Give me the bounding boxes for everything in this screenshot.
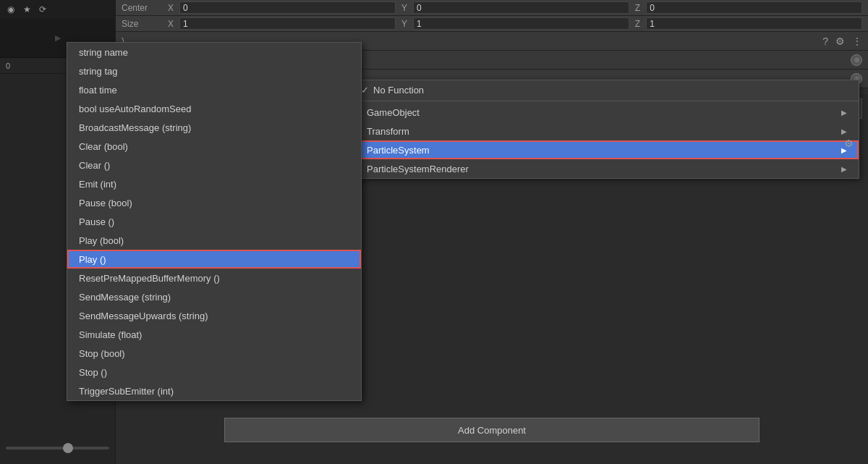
menu-item-stop-bool[interactable]: Stop (bool) [67, 344, 361, 363]
menu-item-clear-bool[interactable]: Clear (bool) [67, 137, 361, 156]
gameobject-submenu-arrow: ▶ [841, 109, 847, 117]
menu-item-float-time[interactable]: float time [67, 80, 361, 99]
send-message-label: SendMessage (string) [79, 292, 171, 303]
menu-item-emit-int[interactable]: Emit (int) [67, 174, 361, 193]
menu-item-no-function[interactable]: ✓ No Function [355, 80, 859, 99]
trigger-sub-label: TriggerSubEmitter (int) [79, 386, 174, 397]
z-input-center[interactable] [646, 1, 862, 14]
zoom-slider-thumb[interactable] [63, 443, 73, 453]
string-tag-label: string tag [79, 66, 117, 77]
particlesystem-label: ParticleSystem [367, 145, 430, 156]
y-label-center: Y [399, 3, 410, 13]
string-name-label: string name [79, 47, 128, 58]
menu-item-play-empty[interactable]: Play () [67, 250, 361, 269]
emit-int-label: Emit (int) [79, 179, 116, 190]
y-input-center[interactable] [413, 1, 629, 14]
no-function-menu-label: No Function [373, 85, 424, 96]
gear-icon-right[interactable]: ⚙ [844, 138, 854, 149]
y-label-size: Y [399, 19, 410, 29]
clear-bool-label: Clear (bool) [79, 141, 128, 152]
float-time-label: float time [79, 85, 117, 96]
transform-center-row: Center X Y Z [116, 0, 868, 16]
menu-item-simulate-float[interactable]: Simulate (float) [67, 325, 361, 344]
sidebar-icon-2[interactable]: ★ [20, 3, 33, 16]
add-component-button[interactable]: Add Component [224, 418, 760, 442]
sidebar-icon-3[interactable]: ⟳ [36, 3, 49, 16]
center-label: Center [122, 3, 165, 13]
send-message-upwards-label: SendMessageUpwards (string) [79, 311, 208, 321]
right-function-menu: ✓ No Function GameObject ▶ Transform ▶ P… [354, 80, 859, 179]
broadcast-message-label: BroadcastMessage (string) [79, 122, 191, 133]
stop-empty-label: Stop () [79, 367, 107, 378]
menu-item-bool-use-auto[interactable]: bool useAutoRandomSeed [67, 99, 361, 118]
x-input-size[interactable] [179, 17, 396, 30]
menu-separator-1 [355, 101, 859, 101]
simple-trigger-target-btn[interactable]: ◎ [851, 54, 862, 66]
particlesystemrenderer-label: ParticleSystemRenderer [367, 164, 469, 174]
menu-item-particlesystemrenderer[interactable]: ParticleSystemRenderer ▶ [355, 159, 859, 178]
play-bool-label: Play (bool) [79, 235, 124, 246]
transform-label-menu: Transform [367, 126, 409, 137]
checkmark-icon: ✓ [361, 85, 369, 96]
menu-item-pause-empty[interactable]: Pause () [67, 212, 361, 231]
menu-item-stop-empty[interactable]: Stop () [67, 363, 361, 381]
pause-bool-label: Pause (bool) [79, 198, 132, 208]
transform-submenu-arrow: ▶ [841, 127, 847, 135]
menu-item-send-message[interactable]: SendMessage (string) [67, 287, 361, 306]
menu-item-send-message-upwards[interactable]: SendMessageUpwards (string) [67, 306, 361, 325]
menu-item-clear-empty[interactable]: Clear () [67, 156, 361, 174]
z-label-size: Z [632, 19, 643, 29]
gameobject-label: GameObject [367, 107, 420, 118]
menu-item-play-bool[interactable]: Play (bool) [67, 231, 361, 250]
x-label-center: X [165, 3, 176, 13]
menu-item-reset-pre[interactable]: ResetPreMappedBufferMemory () [67, 269, 361, 287]
menu-item-transform[interactable]: Transform ▶ [355, 122, 859, 140]
zoom-slider[interactable] [6, 447, 109, 450]
pause-empty-label: Pause () [79, 216, 114, 227]
sidebar-number: 0 [6, 62, 10, 70]
simulate-float-label: Simulate (float) [79, 329, 142, 340]
y-input-size[interactable] [413, 17, 629, 30]
x-input-center[interactable] [179, 1, 396, 14]
menu-item-broadcast-message[interactable]: BroadcastMessage (string) [67, 118, 361, 137]
add-component-label: Add Component [458, 425, 526, 436]
menu-item-string-name[interactable]: string name [67, 43, 361, 62]
left-context-menu: string name string tag float time bool u… [67, 42, 362, 401]
particlesystemrenderer-submenu-arrow: ▶ [841, 165, 847, 173]
stop-bool-label: Stop (bool) [79, 348, 125, 359]
menu-item-gameobject[interactable]: GameObject ▶ [355, 103, 859, 122]
help-icon[interactable]: ? [822, 35, 828, 47]
reset-pre-label: ResetPreMappedBufferMemory () [79, 273, 220, 284]
z-label-center: Z [632, 3, 643, 13]
z-input-size[interactable] [646, 17, 862, 30]
bool-use-auto-label: bool useAutoRandomSeed [79, 104, 191, 114]
menu-item-pause-bool[interactable]: Pause (bool) [67, 193, 361, 212]
menu-item-particlesystem[interactable]: ParticleSystem ▶ [355, 140, 859, 159]
menu-item-trigger-sub[interactable]: TriggerSubEmitter (int) [67, 381, 361, 400]
transform-size-row: Size X Y Z [116, 16, 868, 32]
more-icon[interactable]: ⋮ [852, 35, 862, 47]
clear-empty-label: Clear () [79, 160, 110, 171]
menu-item-string-tag[interactable]: string tag [67, 62, 361, 80]
settings-icon[interactable]: ⚙ [835, 35, 845, 47]
sidebar-preview: ▶ [55, 33, 61, 43]
sidebar-icon-1[interactable]: ◉ [4, 3, 17, 16]
x-label-size: X [165, 19, 176, 29]
play-empty-label: Play () [79, 254, 106, 265]
size-label: Size [122, 19, 165, 29]
